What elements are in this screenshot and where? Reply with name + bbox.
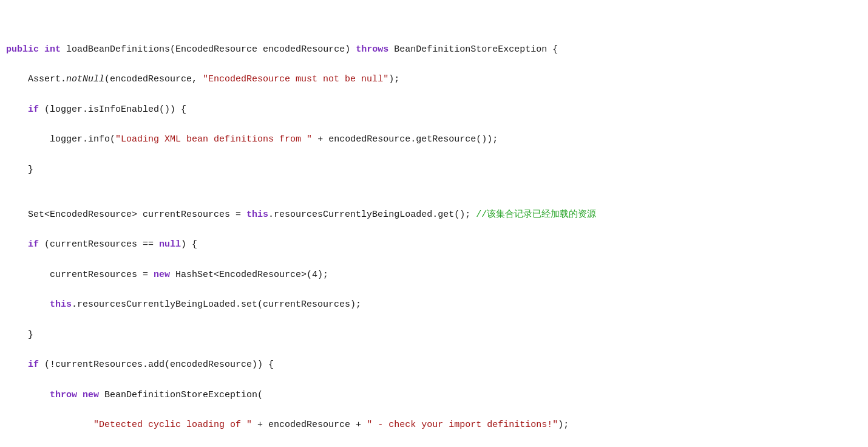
code-line-1: public int loadBeanDefinitions(EncodedRe… — [6, 43, 862, 58]
code-line-12: if (!currentResources.add(encodedResourc… — [6, 358, 862, 373]
code-line-14: "Detected cyclic loading of " + encodedR… — [6, 418, 862, 433]
code-line-13: throw new BeanDefinitionStoreException( — [6, 388, 862, 403]
code-line-9: currentResources = new HashSet<EncodedRe… — [6, 268, 862, 283]
code-line-10: this.resourcesCurrentlyBeingLoaded.set(c… — [6, 298, 862, 313]
code-line-11: } — [6, 328, 862, 343]
code-line-7: Set<EncodedResource> currentResources = … — [6, 208, 862, 223]
code-line-8: if (currentResources == null) { — [6, 237, 862, 253]
code-line-3: if (logger.isInfoEnabled()) { — [6, 103, 862, 118]
code-viewer: public int loadBeanDefinitions(EncodedRe… — [6, 12, 862, 447]
code-line-5: } — [6, 163, 862, 178]
code-line-4: logger.info("Loading XML bean definition… — [6, 132, 862, 148]
code-line-2: Assert.notNull(encodedResource, "Encoded… — [6, 72, 862, 87]
